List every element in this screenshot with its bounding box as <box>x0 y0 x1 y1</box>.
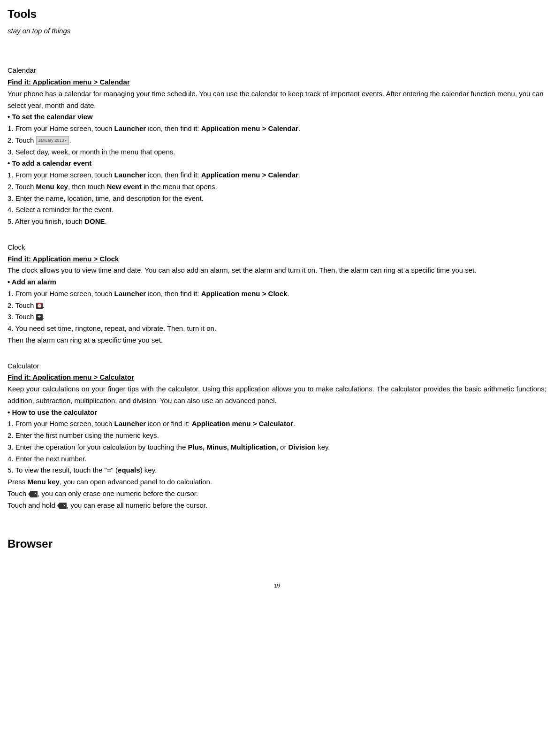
calendar-setview-step1: 1. From your Home screen, touch Launcher… <box>8 123 546 135</box>
text: . <box>69 136 71 144</box>
calc-touch2: Touch and hold ×, you can erase all nume… <box>8 500 546 512</box>
text: Press <box>8 478 28 486</box>
calendar-findit: Find it: Application menu > Calendar <box>8 76 546 88</box>
text: in the menu that opens. <box>142 183 217 191</box>
text: , you can only erase one numeric before … <box>38 489 198 497</box>
calc-press: Press Menu key, you can open advanced pa… <box>8 476 546 488</box>
text: Touch <box>8 489 28 497</box>
division-label: Division <box>288 443 316 451</box>
calc-step1: 1. From your Home screen, touch Launcher… <box>8 418 546 430</box>
text: . <box>293 420 295 428</box>
ops-label: Plus, Minus, Multiplication, <box>188 443 278 451</box>
page-number: 19 <box>8 581 546 590</box>
launcher-label: Launcher <box>114 420 146 428</box>
text: ) key. <box>140 466 157 474</box>
calendar-intro: Your phone has a calendar for managing y… <box>8 88 546 112</box>
text: . <box>287 290 289 298</box>
text: Touch and hold <box>8 501 57 509</box>
clock-step4: 4. You need set time, ringtone, repeat, … <box>8 323 546 335</box>
calculator-intro: Keep your calculations on your finger ti… <box>8 383 546 407</box>
launcher-label: Launcher <box>114 171 146 179</box>
text: . <box>105 217 107 225</box>
calc-touch1: Touch ×, you can only erase one numeric … <box>8 488 546 500</box>
done-label: DONE <box>84 217 105 225</box>
clock-intro: The clock allows you to view time and da… <box>8 265 546 276</box>
calendar-addevent-step1: 1. From your Home screen, touch Launcher… <box>8 169 546 181</box>
browser-heading: Browser <box>8 535 546 553</box>
text: icon, then find it: <box>146 290 201 298</box>
text: , you can erase all numeric before the c… <box>67 501 207 509</box>
equals-label: equals <box>118 466 140 474</box>
text: 1. From your Home screen, touch <box>8 171 114 179</box>
text: icon, then find it: <box>146 124 201 132</box>
menukey-label: Menu key <box>36 183 68 191</box>
text: icon or find it: <box>146 420 192 428</box>
text: 5. To view the result, touch the " <box>8 466 107 474</box>
calendar-set-view-title: • To set the calendar view <box>8 111 546 123</box>
text: icon, then find it: <box>146 171 201 179</box>
page-subtitle: stay on top of things <box>8 25 546 37</box>
text: 3. Touch <box>8 313 36 321</box>
clock-note: Then the alarm can ring at a specific ti… <box>8 335 546 346</box>
launcher-label: Launcher <box>114 124 146 132</box>
plus-icon: + <box>36 314 43 321</box>
text: 1. From your Home screen, touch <box>8 420 114 428</box>
calc-step3: 3. Enter the operation for your calculat… <box>8 442 546 453</box>
text: , then touch <box>68 183 107 191</box>
calendar-addevent-step2: 2. Touch Menu key, then touch New event … <box>8 181 546 193</box>
alarm-icon: ⏰ <box>36 303 43 309</box>
backspace-icon: × <box>57 503 67 509</box>
calendar-addevent-step5: 5. After you finish, touch DONE. <box>8 216 546 228</box>
launcher-label: Launcher <box>114 290 146 298</box>
path-label: Application menu > Clock <box>201 290 288 298</box>
menukey-label: Menu key <box>28 478 60 486</box>
clock-step1: 1. From your Home screen, touch Launcher… <box>8 288 546 300</box>
clock-step3: 3. Touch +. <box>8 311 546 323</box>
text: . <box>43 301 45 309</box>
text: 2. Touch <box>8 136 36 144</box>
calendar-heading: Calendar <box>8 65 546 76</box>
text: or <box>278 443 288 451</box>
text: . <box>298 124 300 132</box>
text: . <box>43 313 45 321</box>
text: 5. After you finish, touch <box>8 217 84 225</box>
calc-step2: 2. Enter the first number using the nume… <box>8 430 546 442</box>
page-title: Tools <box>8 5 546 23</box>
newevent-label: New event <box>107 183 142 191</box>
text: 1. From your Home screen, touch <box>8 290 114 298</box>
equals-symbol: = <box>107 466 111 474</box>
calendar-setview-step3: 3. Select day, week, or month in the men… <box>8 146 546 158</box>
text: . <box>298 171 300 179</box>
text: 3. Enter the operation for your calculat… <box>8 443 188 451</box>
text: 1. From your Home screen, touch <box>8 124 114 132</box>
calc-step4: 4. Enter the next number. <box>8 453 546 465</box>
calc-step5: 5. To view the result, touch the "=" (eq… <box>8 465 546 476</box>
text: " ( <box>111 466 118 474</box>
path-label: Application menu > Calendar <box>201 124 298 132</box>
calendar-addevent-step4: 4. Select a reminder for the event. <box>8 204 546 216</box>
text: 2. Touch <box>8 301 36 309</box>
calculator-findit: Find it: Application menu > Calculator <box>8 372 546 383</box>
calendar-addevent-step3: 3. Enter the name, location, time, and d… <box>8 193 546 205</box>
clock-add-alarm-title: • Add an alarm <box>8 276 546 288</box>
backspace-icon: × <box>28 491 38 497</box>
text: , you can open advanced panel to do calc… <box>60 478 212 486</box>
calculator-heading: Calculator <box>8 360 546 372</box>
clock-findit: Find it: Application menu > Clock <box>8 253 546 265</box>
text: key. <box>316 443 330 451</box>
path-label: Application menu > Calculator <box>192 420 293 428</box>
month-dropdown-icon: January 2013 <box>36 136 69 145</box>
clock-step2: 2. Touch ⏰. <box>8 300 546 312</box>
clock-heading: Clock <box>8 242 546 253</box>
calendar-setview-step2: 2. Touch January 2013. <box>8 135 546 146</box>
path-label: Application menu > Calendar <box>201 171 298 179</box>
calendar-add-event-title: • To add a calendar event <box>8 158 546 169</box>
text: 2. Touch <box>8 183 36 191</box>
calculator-howto-title: • How to use the calculator <box>8 407 546 419</box>
